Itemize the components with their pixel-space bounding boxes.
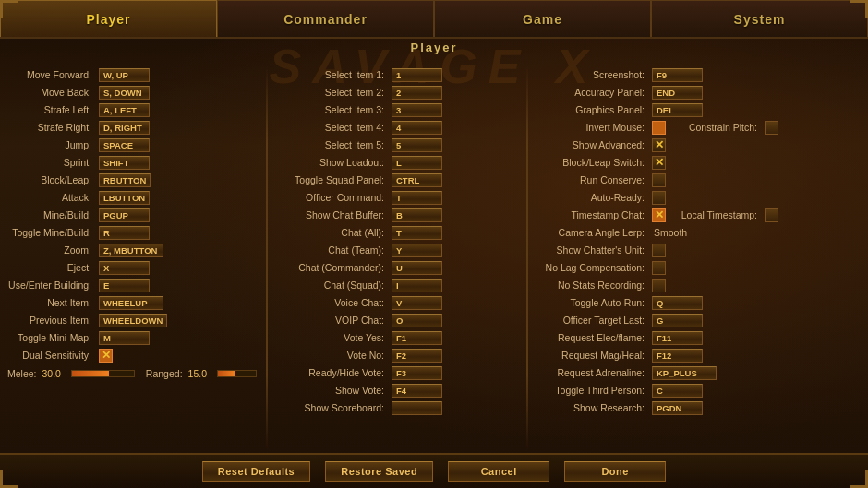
key-voice-chat[interactable]: V [392,296,442,310]
checkbox-constrain-pitch[interactable] [765,121,778,135]
binding-show-scoreboard: Show Scoreboard: [277,399,517,416]
binding-prev-item: Previous Item: WHEELDOWN [7,312,257,328]
key-chat-commander[interactable]: U [392,261,442,275]
key-block-leap[interactable]: RBUTTON [99,173,151,187]
label-screenshot: Screenshot: [537,69,648,80]
checkbox-local-timestamp[interactable] [765,208,778,222]
key-toggle-auto-run[interactable]: Q [652,296,703,310]
label-select5: Select Item 5: [277,139,388,150]
key-officer-cmd[interactable]: T [392,191,442,205]
checkbox-run-conserve[interactable] [652,173,666,187]
label-eject: Eject: [7,262,95,273]
key-attack[interactable]: LBUTTON [99,191,150,205]
key-vote-no[interactable]: F2 [392,349,442,363]
key-vote-yes[interactable]: F1 [392,331,442,345]
restore-saved-button[interactable]: Restore Saved [325,461,433,482]
key-select5[interactable]: 5 [392,138,442,152]
checkbox-no-stats-rec[interactable] [652,279,666,292]
key-strafe-right[interactable]: D, RIGHT [99,121,150,135]
tab-commander[interactable]: Commander [217,0,434,37]
key-select1[interactable]: 1 [392,68,442,82]
binding-run-conserve: Run Conserve: [537,172,861,188]
key-jump[interactable]: SPACE [99,138,150,152]
tab-player[interactable]: Player [0,0,217,37]
key-eject[interactable]: X [99,261,150,275]
binding-dual-sensitivity: Dual Sensitivity: ✕ [7,347,257,363]
label-show-loadout: Show Loadout: [277,157,388,168]
label-show-vote: Show Vote: [277,385,388,396]
binding-no-stats-rec: No Stats Recording: [537,277,861,293]
key-show-chat-buf[interactable]: B [392,208,442,222]
melee-slider[interactable] [71,370,135,377]
key-req-mag[interactable]: F12 [652,349,703,363]
key-sprint[interactable]: SHIFT [99,156,150,170]
cancel-button[interactable]: Cancel [448,461,549,482]
label-toggle-mine-build: Toggle Mine/Build: [7,227,95,238]
binding-vote-no: Vote No: F2 [277,347,517,363]
checkbox-show-chatters-unit[interactable] [652,244,666,257]
key-officer-target[interactable]: G [652,314,703,327]
label-show-advanced: Show Advanced: [537,139,648,150]
key-select3[interactable]: 3 [392,103,442,117]
binding-strafe-left: Strafe Left: A, LEFT [7,101,257,118]
label-vote-no: Vote No: [277,350,388,361]
key-select2[interactable]: 2 [392,86,442,100]
key-accuracy-panel[interactable]: END [652,86,703,100]
label-strafe-left: Strafe Left: [7,104,95,115]
checkbox-show-advanced[interactable]: ✕ [652,138,666,152]
checkbox-auto-ready[interactable] [652,191,666,205]
binding-no-lag-comp: No Lag Compensation: [537,259,861,276]
checkbox-no-lag-comp[interactable] [652,261,666,275]
key-use-enter[interactable]: E [99,279,150,292]
key-toggle-mine-build[interactable]: R [99,226,150,240]
binding-req-elec: Request Elec/flame: F11 [537,329,861,346]
binding-move-forward: Move Forward: W, UP [7,66,257,83]
key-ready-hide-vote[interactable]: F3 [392,366,442,380]
key-voip-chat[interactable]: O [392,314,442,327]
tab-system[interactable]: System [651,0,868,37]
key-req-elec[interactable]: F11 [652,331,703,345]
key-show-vote[interactable]: F4 [392,384,442,398]
label-block-leap: Block/Leap: [7,174,95,185]
key-select4[interactable]: 4 [392,121,442,135]
binding-show-vote: Show Vote: F4 [277,382,517,399]
key-graphics-panel[interactable]: DEL [652,103,703,117]
corner-decoration [0,470,18,488]
key-zoom[interactable]: Z, MBUTTON [99,244,163,257]
key-req-adrenaline[interactable]: KP_PLUS [652,366,717,380]
key-chat-squad[interactable]: I [392,279,442,292]
label-show-scoreboard: Show Scoreboard: [277,402,388,413]
label-show-research: Show Research: [537,402,648,413]
key-screenshot[interactable]: F9 [652,68,703,82]
checkbox-dual-sensitivity[interactable]: ✕ [99,349,113,363]
key-chat-team[interactable]: Y [392,244,442,257]
key-toggle-third-person[interactable]: C [652,384,703,398]
tab-game[interactable]: Game [434,0,651,37]
checkbox-timestamp-chat[interactable]: ✕ [652,208,666,222]
binding-voice-chat: Voice Chat: V [277,294,517,311]
key-toggle-squad[interactable]: CTRL [392,173,442,187]
key-move-back[interactable]: S, DOWN [99,86,150,100]
label-ready-hide-vote: Ready/Hide Vote: [277,367,388,378]
key-chat-all[interactable]: T [392,226,442,240]
key-strafe-left[interactable]: A, LEFT [99,103,150,117]
label-toggle-auto-run: Toggle Auto-Run: [537,297,648,308]
reset-defaults-button[interactable]: Reset Defaults [202,461,310,482]
done-button[interactable]: Done [564,461,666,482]
label-auto-ready: Auto-Ready: [537,192,648,203]
key-next-item[interactable]: WHEELUP [99,296,163,310]
key-toggle-minimap[interactable]: M [99,331,150,345]
checkbox-invert-mouse[interactable] [652,121,666,135]
binding-strafe-right: Strafe Right: D, RIGHT [7,119,257,136]
key-prev-item[interactable]: WHEELDOWN [99,314,167,327]
key-show-loadout[interactable]: L [392,156,442,170]
key-show-scoreboard[interactable] [392,401,442,415]
ranged-slider[interactable] [217,370,257,377]
label-toggle-third-person: Toggle Third Person: [537,385,648,396]
checkbox-block-leap-switch[interactable]: ✕ [652,156,666,170]
key-move-forward[interactable]: W, UP [99,68,150,82]
key-mine-build[interactable]: PGUP [99,208,150,222]
key-show-research[interactable]: PGDN [652,401,703,415]
label-graphics-panel: Graphics Panel: [537,104,648,115]
binding-zoom: Zoom: Z, MBUTTON [7,242,257,258]
